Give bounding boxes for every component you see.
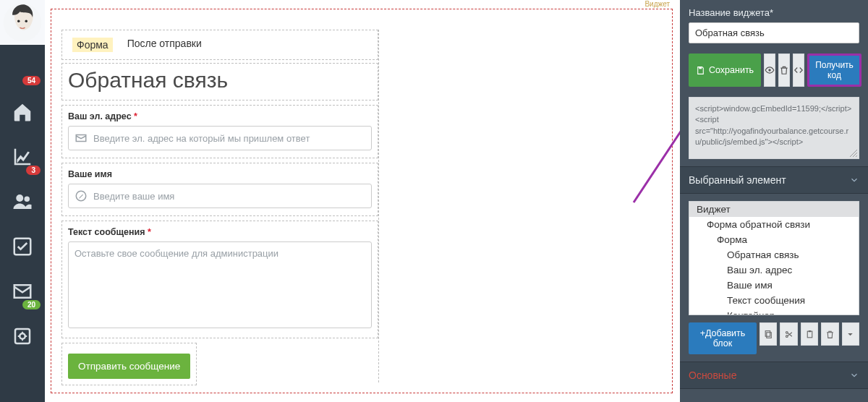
tree-item[interactable]: Форма xyxy=(689,232,859,247)
chevron-down-icon xyxy=(849,175,859,185)
svg-point-1 xyxy=(17,20,20,23)
element-tree[interactable]: ВиджетФорма обратной связиФормаОбратная … xyxy=(689,201,859,315)
preview-button[interactable] xyxy=(764,54,775,87)
mail-icon xyxy=(75,132,88,145)
svg-point-3 xyxy=(16,194,23,202)
vertical-divider xyxy=(378,30,379,382)
edit-icon xyxy=(75,189,88,202)
chevron-down-icon xyxy=(849,370,859,380)
section-main-label: Основные xyxy=(689,369,736,381)
clipboard-icon xyxy=(805,330,814,339)
svg-point-11 xyxy=(768,69,771,72)
duplicate-button[interactable] xyxy=(760,322,777,346)
badge-analytics: 3 xyxy=(26,166,41,175)
field-name-block[interactable]: Ваше имя xyxy=(61,163,378,216)
input-name-row xyxy=(68,184,372,208)
sidebar-home[interactable] xyxy=(0,90,45,134)
svg-rect-6 xyxy=(15,329,30,343)
submit-button[interactable]: Отправить сообщение xyxy=(68,354,190,379)
svg-rect-13 xyxy=(765,330,770,336)
get-code-button[interactable]: Получить код xyxy=(807,54,861,87)
safe-icon xyxy=(12,325,33,347)
input-email-row xyxy=(68,126,372,150)
email-input[interactable] xyxy=(93,133,365,144)
tree-item[interactable]: Форма обратной связи xyxy=(689,217,859,232)
chart-icon xyxy=(12,146,33,168)
save-icon xyxy=(696,66,705,75)
form-tabs: Форма После отправки xyxy=(61,30,378,60)
widget-name-input[interactable] xyxy=(689,22,859,43)
field-msg-block[interactable]: Текст сообщения * xyxy=(61,221,378,338)
more-button[interactable] xyxy=(842,322,859,346)
svg-point-7 xyxy=(20,333,25,339)
form-container: Форма После отправки Обратная связь Ваш … xyxy=(61,30,378,385)
form-title-block[interactable]: Обратная связь xyxy=(61,63,378,100)
caret-down-icon xyxy=(846,330,855,339)
widget-chip: Виджет xyxy=(642,0,672,9)
form-title: Обратная связь xyxy=(68,68,372,93)
widget-selection-box[interactable]: Виджет Форма После отправки Обратная свя… xyxy=(51,9,673,393)
delete-button[interactable] xyxy=(778,54,790,87)
sidebar-analytics[interactable]: 3 xyxy=(0,134,45,179)
paste-button[interactable] xyxy=(801,322,818,346)
badge-notifications: 54 xyxy=(22,76,41,85)
editor-canvas: Виджет Форма После отправки Обратная свя… xyxy=(45,0,680,402)
tree-item[interactable]: Обратная связь xyxy=(689,247,859,262)
widget-name-label: Название виджета* xyxy=(689,7,859,18)
section-selected-element[interactable]: Выбранный элемент xyxy=(680,166,868,194)
svg-rect-10 xyxy=(699,67,702,69)
tree-item[interactable]: Контейнер xyxy=(689,308,859,315)
trash-icon xyxy=(825,330,835,339)
users-icon xyxy=(12,191,33,213)
scissors-icon xyxy=(784,330,793,339)
trash-icon xyxy=(779,65,789,75)
cut-button[interactable] xyxy=(780,322,797,346)
svg-point-2 xyxy=(25,20,28,23)
field-email-block[interactable]: Ваш эл. адрес * xyxy=(61,105,378,158)
name-input[interactable] xyxy=(93,191,365,202)
tab-form[interactable]: Форма xyxy=(72,38,113,52)
tree-item[interactable]: Ваш эл. адрес xyxy=(689,262,859,278)
label-email: Ваш эл. адрес * xyxy=(68,111,372,121)
tree-item[interactable]: Виджет xyxy=(689,202,859,217)
sidebar-users[interactable] xyxy=(0,179,45,224)
add-block-button[interactable]: +Добавить блок xyxy=(689,322,757,354)
message-textarea[interactable] xyxy=(68,241,372,328)
submit-container[interactable]: Отправить сообщение xyxy=(61,343,197,385)
tree-actions-row: +Добавить блок xyxy=(680,322,868,362)
sidebar-notifications[interactable]: 54 xyxy=(0,45,45,90)
tree-item[interactable]: Текст сообщения xyxy=(689,293,859,308)
label-msg: Текст сообщения * xyxy=(68,227,372,237)
copy-icon xyxy=(764,330,773,339)
avatar[interactable] xyxy=(0,0,45,45)
embed-code-box[interactable]: <script>window.gcEmbedId=11599;</script>… xyxy=(689,97,859,159)
delete-block-button[interactable] xyxy=(821,322,838,346)
tab-after-send[interactable]: После отправки xyxy=(127,38,202,52)
right-panel: Название виджета* Сохранить Получить код… xyxy=(680,0,868,402)
left-sidebar: 54 3 20 xyxy=(0,0,45,402)
checkbox-icon xyxy=(12,236,33,257)
code-icon xyxy=(793,65,804,75)
sidebar-messages[interactable]: 20 xyxy=(0,269,45,314)
svg-rect-12 xyxy=(766,332,771,338)
sidebar-settings[interactable] xyxy=(0,314,45,359)
resize-grip-icon xyxy=(850,150,857,157)
section-selected-label: Выбранный элемент xyxy=(689,174,786,186)
eye-icon xyxy=(765,65,775,75)
mail-icon xyxy=(12,281,33,302)
home-icon xyxy=(12,101,33,123)
sidebar-tasks[interactable] xyxy=(0,224,45,269)
code-button[interactable] xyxy=(793,54,804,87)
svg-rect-16 xyxy=(807,331,812,338)
svg-point-4 xyxy=(25,197,30,202)
svg-rect-17 xyxy=(808,330,810,332)
tree-item[interactable]: Ваше имя xyxy=(689,278,859,293)
save-button[interactable]: Сохранить xyxy=(689,54,761,87)
label-name: Ваше имя xyxy=(68,169,372,179)
section-main[interactable]: Основные xyxy=(680,362,868,389)
badge-messages: 20 xyxy=(22,300,41,309)
